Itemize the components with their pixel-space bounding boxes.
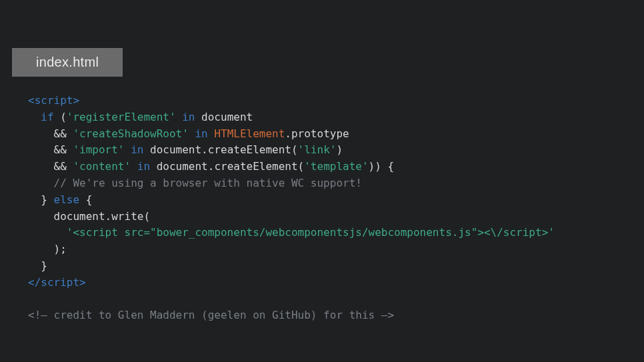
code-token: ( [54,111,67,123]
code-token: 'registerElement' [67,111,176,123]
code-token: ); [54,243,67,255]
code-token: if [41,111,53,123]
code-token: document [54,210,105,223]
code-token: ) [336,143,343,156]
code-token: 'createShadowRoot' [73,127,188,140]
code-token: )) { [369,160,395,173]
code-token: HTMLElement [214,127,285,140]
code-token: && [28,143,73,156]
code-token: < [28,94,35,107]
code-token: document [201,111,253,123]
code-token: } [28,193,54,206]
code-token: '<script src="bower_components/webcompon… [67,226,555,239]
code-token: 'content' [73,160,131,173]
code-token: } [41,259,47,272]
code-token: </ [28,276,41,289]
code-token: 'import' [73,143,124,156]
code-block: <script> if ('registerElement' in docume… [0,77,644,340]
code-token: createElement( [214,160,304,173]
code-token: && [28,127,73,140]
code-token: document [150,143,201,156]
code-token: else [54,193,80,206]
code-token: in [131,160,157,173]
code-token: > [73,94,79,107]
code-token: createElement( [208,143,298,156]
code-token: 'link' [298,143,337,156]
code-token: in [125,143,151,156]
code-token: . [285,127,291,140]
code-token: prototype [291,127,349,140]
credit-comment: <!— credit to Glen Maddern (geelen on Gi… [28,309,394,321]
code-token: . [105,210,112,223]
code-token: document [157,160,208,173]
code-token: in [176,111,202,123]
code-token: write( [111,210,150,223]
code-token: { [79,193,92,206]
code-token: in [189,127,215,140]
code-token: script [35,94,73,107]
filename-tab[interactable]: index.html [12,48,123,77]
code-token: > [79,276,86,289]
code-token: . [201,143,208,156]
code-token: . [208,160,215,173]
code-token: script [41,276,79,289]
code-token: && [28,160,73,173]
code-token: 'template' [304,160,368,173]
code-comment: // We're using a browser with native WC … [54,177,362,189]
